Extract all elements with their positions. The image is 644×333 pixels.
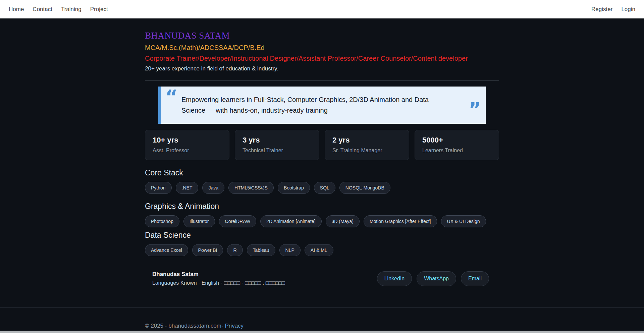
privacy-link[interactable]: Privacy — [225, 323, 244, 329]
skill-tag: 2D Animation [Animate] — [260, 215, 321, 227]
skill-tag: HTML5/CSS/JS — [228, 182, 274, 194]
mission-quote: “ Empowering learners in Full-Stack, Com… — [158, 87, 486, 124]
top-navbar: Home Contact Training Project Register L… — [0, 0, 644, 18]
nav-link[interactable]: Home — [9, 6, 24, 13]
stat-label: Sr. Training Manager — [332, 148, 401, 154]
page-footer: © 2025 - bhanudassatam.com- Privacy — [0, 308, 644, 329]
skill-tag: Power BI — [192, 244, 223, 256]
navbar-left-links: Home Contact Training Project — [9, 6, 108, 13]
contact-button[interactable]: Email — [461, 271, 489, 286]
horizontal-scrollbar[interactable] — [0, 331, 644, 333]
stat-value: 2 yrs — [332, 136, 401, 145]
contact-languages: Languages Known · English · □□□□□ · □□□□… — [152, 280, 285, 286]
page-title: BHANUDAS SATAM — [145, 31, 499, 41]
core-stack-section: Core Stack Python .NET Java HTML5/CSS/JS… — [145, 168, 499, 194]
skill-tag: Bootstrap — [278, 182, 310, 194]
core-stack-title: Core Stack — [145, 168, 499, 177]
skill-tag: Illustrator — [183, 215, 215, 227]
stat-card: 3 yrs Technical Trainer — [235, 130, 319, 160]
skill-tag: Photoshop — [145, 215, 179, 227]
copyright-line: © 2025 - bhanudassatam.com- Privacy — [145, 308, 499, 329]
skill-tag: CorelDRAW — [219, 215, 257, 227]
auth-link[interactable]: Login — [621, 6, 635, 13]
core-stack-tags: Python .NET Java HTML5/CSS/JS Bootstrap … — [145, 182, 499, 194]
hero-experience: 20+ years experience in field of educati… — [145, 65, 499, 72]
nav-link[interactable]: Contact — [33, 6, 52, 13]
graphics-animation-title: Graphics & Animation — [145, 202, 499, 211]
data-science-section: Data Science Advance Excel Power BI R Ta… — [145, 231, 499, 256]
skill-tag: Tableau — [247, 244, 275, 256]
nav-link[interactable]: Project — [90, 6, 108, 13]
quote-text: Empowering learners in Full-Stack, Compu… — [181, 95, 449, 116]
stat-card: 2 yrs Sr. Training Manager — [325, 130, 409, 160]
skill-tag: 3D (Maya) — [326, 215, 360, 227]
data-science-title: Data Science — [145, 231, 499, 240]
open-quote-icon: “ — [165, 87, 178, 106]
stat-value: 10+ yrs — [153, 136, 222, 145]
skill-tag: Advance Excel — [145, 244, 188, 256]
close-quote-icon: ” — [469, 100, 481, 119]
stat-card: 5000+ Learners Trained — [415, 130, 499, 160]
skill-tag: SQL — [314, 182, 335, 194]
contact-row: Bhanudas Satam Languages Known · English… — [145, 271, 499, 286]
stat-card: 10+ yrs Asst. Professor — [145, 130, 229, 160]
auth-link[interactable]: Register — [591, 6, 612, 13]
skill-tag: Java — [202, 182, 224, 194]
hero-credentials: MCA/M.Sc.(Math)/ADCSSAA/DCP/B.Ed — [145, 44, 499, 52]
skill-tag: AI & ML — [305, 244, 333, 256]
contact-button[interactable]: WhatsApp — [417, 271, 456, 286]
stats-row: 10+ yrs Asst. Professor 3 yrs Technical … — [145, 130, 499, 160]
hero-section: BHANUDAS SATAM MCA/M.Sc.(Math)/ADCSSAA/D… — [145, 18, 499, 72]
skill-tag: Motion Graphics [After Effect] — [364, 215, 437, 227]
contact-button[interactable]: LinkedIn — [377, 271, 412, 286]
graphics-animation-tags: Photoshop Illustrator CorelDRAW 2D Anima… — [145, 215, 499, 227]
copyright-text: © 2025 - bhanudassatam.com- — [145, 323, 223, 329]
contact-info: Bhanudas Satam Languages Known · English… — [152, 271, 285, 286]
navbar-right-links: Register Login — [591, 6, 635, 13]
skill-tag: Python — [145, 182, 172, 194]
contact-name: Bhanudas Satam — [152, 271, 285, 278]
nav-link[interactable]: Training — [61, 6, 82, 13]
hero-roles: Corporate Trainer/Developer/Instructiona… — [145, 55, 499, 62]
data-science-tags: Advance Excel Power BI R Tableau NLP AI … — [145, 244, 499, 256]
skill-tag: .NET — [176, 182, 199, 194]
stat-label: Learners Trained — [422, 148, 491, 154]
skill-tag: UX & UI Design — [441, 215, 486, 227]
skill-tag: NOSQL-MongoDB — [339, 182, 390, 194]
stat-value: 3 yrs — [243, 136, 312, 145]
graphics-animation-section: Graphics & Animation Photoshop Illustrat… — [145, 202, 499, 227]
stat-value: 5000+ — [422, 136, 491, 145]
stat-label: Technical Trainer — [243, 148, 312, 154]
main-content: BHANUDAS SATAM MCA/M.Sc.(Math)/ADCSSAA/D… — [145, 18, 499, 286]
skill-tag: NLP — [279, 244, 301, 256]
hero-divider — [145, 80, 499, 81]
contact-buttons: LinkedIn WhatsApp Email — [377, 271, 489, 286]
skill-tag: R — [227, 244, 243, 256]
stat-label: Asst. Professor — [153, 148, 222, 154]
